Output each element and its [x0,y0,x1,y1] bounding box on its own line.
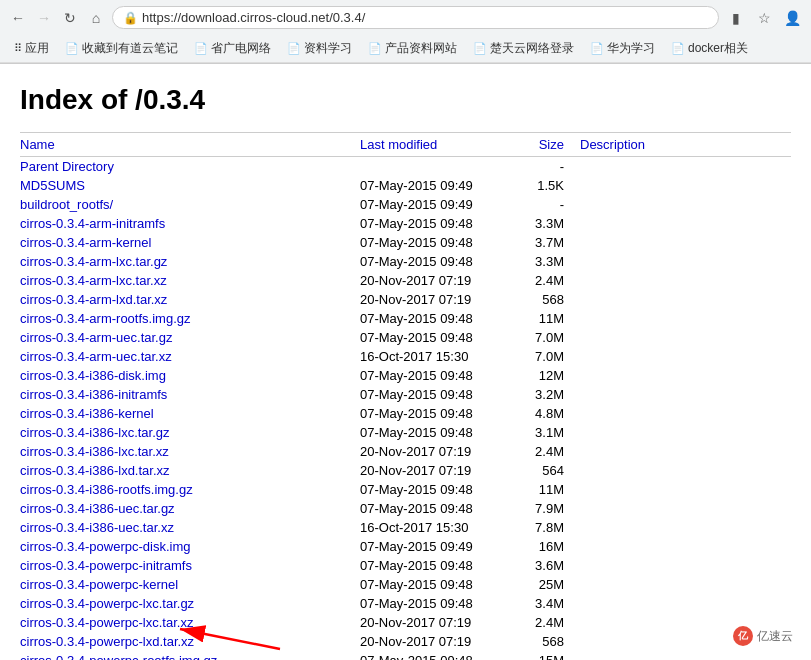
file-desc [580,442,791,461]
file-date: 20-Nov-2017 07:19 [360,271,520,290]
browser-chrome: ← → ↻ ⌂ 🔒 https://download.cirros-cloud.… [0,0,811,64]
file-desc [580,214,791,233]
table-row: cirros-0.3.4-arm-initramfs07-May-2015 09… [20,214,791,233]
page-content: Index of /0.3.4 Name Last modified Size … [0,64,811,660]
file-date: 07-May-2015 09:48 [360,651,520,660]
file-link[interactable]: cirros-0.3.4-i386-initramfs [20,387,167,402]
col-name-header[interactable]: Name [20,133,360,157]
bookmark-item[interactable]: 📄docker相关 [665,38,754,59]
file-link[interactable]: cirros-0.3.4-powerpc-initramfs [20,558,192,573]
file-date: 07-May-2015 09:48 [360,480,520,499]
bookmark-item[interactable]: 📄省广电网络 [188,38,277,59]
col-desc-header[interactable]: Description [580,133,791,157]
table-row: cirros-0.3.4-powerpc-initramfs07-May-201… [20,556,791,575]
file-date [360,157,520,177]
file-desc [580,575,791,594]
file-link[interactable]: cirros-0.3.4-arm-lxc.tar.xz [20,273,167,288]
file-date: 07-May-2015 09:48 [360,423,520,442]
file-desc [580,594,791,613]
home-button[interactable]: ⌂ [86,8,106,28]
forward-button[interactable]: → [34,8,54,28]
file-link[interactable]: cirros-0.3.4-arm-lxc.tar.gz [20,254,167,269]
refresh-button[interactable]: ↻ [60,8,80,28]
file-link[interactable]: cirros-0.3.4-i386-uec.tar.gz [20,501,175,516]
file-list: Parent Directory-MD5SUMS07-May-2015 09:4… [20,157,791,661]
file-desc [580,176,791,195]
table-row: cirros-0.3.4-i386-initramfs07-May-2015 0… [20,385,791,404]
bookmark-item[interactable]: ⠿应用 [8,38,55,59]
profile-button[interactable]: 👤 [781,7,803,29]
bookmark-icon: 📄 [671,42,685,55]
file-desc [580,461,791,480]
file-link[interactable]: cirros-0.3.4-powerpc-rootfs.img.gz [20,653,217,660]
table-row: cirros-0.3.4-powerpc-lxc.tar.xz20-Nov-20… [20,613,791,632]
bookmark-item[interactable]: 📄资料学习 [281,38,358,59]
bookmark-item[interactable]: 📄楚天云网络登录 [467,38,580,59]
table-row: cirros-0.3.4-i386-uec.tar.xz16-Oct-2017 … [20,518,791,537]
file-link[interactable]: cirros-0.3.4-arm-uec.tar.gz [20,330,172,345]
file-desc [580,518,791,537]
file-size: 568 [520,290,580,309]
file-link[interactable]: cirros-0.3.4-powerpc-disk.img [20,539,191,554]
file-link[interactable]: cirros-0.3.4-i386-lxc.tar.gz [20,425,170,440]
file-size: 12M [520,366,580,385]
file-link[interactable]: cirros-0.3.4-i386-uec.tar.xz [20,520,174,535]
file-size: 7.9M [520,499,580,518]
file-link[interactable]: cirros-0.3.4-i386-lxd.tar.xz [20,463,170,478]
table-row: cirros-0.3.4-i386-lxd.tar.xz20-Nov-2017 … [20,461,791,480]
file-link[interactable]: cirros-0.3.4-arm-initramfs [20,216,165,231]
table-row: MD5SUMS07-May-2015 09:491.5K [20,176,791,195]
file-link[interactable]: cirros-0.3.4-powerpc-lxd.tar.xz [20,634,194,649]
file-size: 7.0M [520,328,580,347]
bookmark-button[interactable]: ☆ [753,7,775,29]
col-size-header[interactable]: Size [520,133,580,157]
file-link[interactable]: cirros-0.3.4-i386-disk.img [20,368,166,383]
table-header-row: Name Last modified Size Description [20,133,791,157]
watermark: 亿 亿速云 [725,622,801,650]
file-date: 07-May-2015 09:48 [360,404,520,423]
bookmark-icon: ⠿ [14,42,22,55]
back-button[interactable]: ← [8,8,28,28]
file-link[interactable]: cirros-0.3.4-powerpc-kernel [20,577,178,592]
file-date: 20-Nov-2017 07:19 [360,290,520,309]
file-size: 3.4M [520,594,580,613]
file-link[interactable]: cirros-0.3.4-arm-lxd.tar.xz [20,292,167,307]
file-desc [580,480,791,499]
address-bar[interactable]: 🔒 https://download.cirros-cloud.net/0.3.… [112,6,719,29]
file-link[interactable]: cirros-0.3.4-i386-rootfs.img.gz [20,482,193,497]
file-desc [580,271,791,290]
file-link[interactable]: cirros-0.3.4-i386-kernel [20,406,154,421]
file-link[interactable]: cirros-0.3.4-powerpc-lxc.tar.gz [20,596,194,611]
file-size: 1.5K [520,176,580,195]
file-link[interactable]: cirros-0.3.4-arm-kernel [20,235,151,250]
file-link[interactable]: Parent Directory [20,159,114,174]
file-link[interactable]: MD5SUMS [20,178,85,193]
file-link[interactable]: cirros-0.3.4-powerpc-lxc.tar.xz [20,615,193,630]
bookmark-item[interactable]: 📄华为学习 [584,38,661,59]
file-link[interactable]: buildroot_rootfs/ [20,197,113,212]
file-size: 2.4M [520,271,580,290]
toolbar-right: ▮ ☆ 👤 [725,7,803,29]
file-size: 11M [520,480,580,499]
file-size: 7.8M [520,518,580,537]
table-row: cirros-0.3.4-arm-rootfs.img.gz07-May-201… [20,309,791,328]
file-desc [580,309,791,328]
file-size: 11M [520,309,580,328]
bookmark-item[interactable]: 📄收藏到有道云笔记 [59,38,184,59]
file-date: 07-May-2015 09:48 [360,575,520,594]
file-link[interactable]: cirros-0.3.4-arm-uec.tar.xz [20,349,172,364]
cast-button[interactable]: ▮ [725,7,747,29]
file-date: 07-May-2015 09:49 [360,176,520,195]
file-date: 07-May-2015 09:49 [360,195,520,214]
file-size: 3.2M [520,385,580,404]
file-date: 07-May-2015 09:48 [360,233,520,252]
bookmark-item[interactable]: 📄产品资料网站 [362,38,463,59]
file-size: 16M [520,537,580,556]
file-link[interactable]: cirros-0.3.4-arm-rootfs.img.gz [20,311,190,326]
file-link[interactable]: cirros-0.3.4-i386-lxc.tar.xz [20,444,169,459]
file-size: 3.3M [520,214,580,233]
col-date-header[interactable]: Last modified [360,133,520,157]
table-row: cirros-0.3.4-arm-uec.tar.gz07-May-2015 0… [20,328,791,347]
file-date: 07-May-2015 09:48 [360,309,520,328]
file-size: 2.4M [520,442,580,461]
